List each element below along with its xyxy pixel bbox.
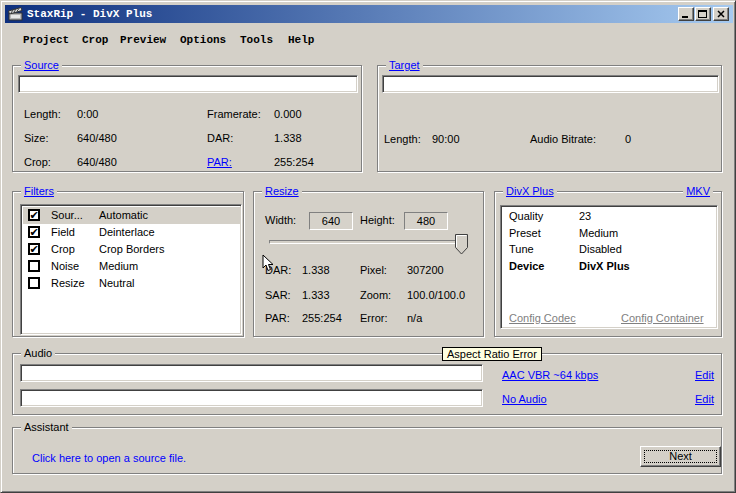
maximize-button[interactable] [695, 7, 711, 21]
checkbox-checked-icon[interactable]: ✔ [28, 226, 40, 238]
target-length-label: Length: [384, 133, 421, 146]
filter-name: Crop [51, 243, 75, 256]
minimize-icon [682, 16, 688, 18]
assistant-message-link[interactable]: Click here to open a source file. [32, 452, 186, 465]
filter-name: Noise [51, 260, 79, 273]
source-size-value: 640/480 [77, 132, 117, 145]
checkbox-unchecked-icon[interactable] [28, 277, 40, 289]
source-group: Source Length: 0:00 Framerate: 0.000 Siz… [12, 65, 362, 172]
source-crop-label: Crop: [24, 156, 51, 169]
target-path-input[interactable] [382, 75, 719, 93]
width-value-box[interactable]: 640 [309, 212, 353, 230]
resize-zoom-value: 100.0/100.0 [407, 289, 465, 302]
codec-info-box: Quality 23 Preset Medium Tune Disabled D… [500, 205, 718, 329]
assistant-group-label: Assistant [21, 421, 72, 434]
checkbox-unchecked-icon[interactable] [28, 260, 40, 272]
audio-track1-edit-link[interactable]: Edit [695, 369, 714, 382]
audio-group: Audio AAC VBR ~64 kbps Edit No Audio Edi… [12, 353, 722, 415]
config-container-link[interactable]: Config Container [621, 312, 704, 325]
checkbox-checked-icon[interactable]: ✔ [28, 243, 40, 255]
resize-slider-track[interactable] [269, 240, 466, 244]
source-par-value: 255:254 [274, 156, 314, 169]
filters-list: ✔ Sour... Automatic ✔ Field Deinterlace … [20, 204, 242, 335]
checkbox-checked-icon[interactable]: ✔ [28, 209, 40, 221]
resize-pixel-label: Pixel: [360, 264, 387, 277]
menu-crop[interactable]: Crop [82, 34, 108, 46]
filter-value: Deinterlace [99, 226, 155, 239]
source-framerate-value: 0.000 [274, 108, 302, 121]
resize-par-label: PAR: [265, 312, 290, 325]
audio-track2-profile-link[interactable]: No Audio [502, 393, 547, 406]
source-length-value: 0:00 [77, 108, 98, 121]
audio-track1-input[interactable] [20, 364, 483, 382]
filter-name: Field [51, 226, 75, 239]
menu-preview[interactable]: Preview [120, 34, 166, 46]
filter-name: Sour... [51, 209, 83, 222]
source-par-link[interactable]: PAR: [207, 156, 232, 169]
codec-quality-value: 23 [579, 210, 591, 223]
codec-group-link[interactable]: DivX Plus [503, 185, 557, 198]
filter-row-source[interactable]: ✔ Sour... Automatic [23, 207, 241, 224]
resize-zoom-label: Zoom: [360, 289, 391, 302]
codec-tune-value: Disabled [579, 243, 622, 256]
source-dar-value: 1.338 [274, 132, 302, 145]
source-path-input[interactable] [18, 75, 358, 93]
codec-group: DivX Plus MKV Quality 23 Preset Medium T… [494, 191, 722, 337]
minimize-button[interactable] [678, 7, 694, 21]
resize-pixel-value: 307200 [407, 264, 444, 277]
height-value-box[interactable]: 480 [404, 212, 448, 230]
close-icon [714, 8, 728, 20]
audio-track2-edit-link[interactable]: Edit [695, 393, 714, 406]
resize-slider-thumb[interactable] [455, 234, 468, 255]
staxrip-window: StaxRip - DivX Plus Project Crop Preview… [0, 0, 736, 493]
source-crop-value: 640/480 [77, 156, 117, 169]
menu-project[interactable]: Project [23, 34, 69, 46]
filters-group: Filters ✔ Sour... Automatic ✔ Field Dein… [12, 191, 244, 337]
filter-name: Resize [51, 277, 85, 290]
source-group-link[interactable]: Source [21, 59, 62, 72]
filter-value: Medium [99, 260, 138, 273]
resize-par-value: 255:254 [302, 312, 342, 325]
codec-tune-label: Tune [509, 243, 534, 256]
filter-value: Crop Borders [99, 243, 164, 256]
next-button[interactable]: Next [640, 446, 721, 467]
menu-options[interactable]: Options [180, 34, 226, 46]
width-label: Width: [265, 214, 296, 227]
audio-track2-input[interactable] [20, 389, 483, 407]
container-link[interactable]: MKV [683, 185, 713, 198]
height-label: Height: [360, 214, 395, 227]
menubar: Project Crop Preview Options Tools Help [5, 23, 733, 49]
menu-help[interactable]: Help [288, 34, 314, 46]
filter-row-noise[interactable]: Noise Medium [23, 258, 241, 275]
window-title: StaxRip - DivX Plus [27, 7, 152, 21]
resize-dar-value: 1.338 [302, 264, 330, 277]
menu-tools[interactable]: Tools [240, 34, 273, 46]
source-framerate-label: Framerate: [207, 108, 261, 121]
filter-row-crop[interactable]: ✔ Crop Crop Borders [23, 241, 241, 258]
filter-value: Automatic [99, 209, 148, 222]
codec-device-label: Device [509, 260, 544, 273]
filters-group-link[interactable]: Filters [21, 185, 57, 198]
target-group: Target Length: 90:00 Audio Bitrate: 0 [377, 65, 722, 172]
config-codec-link[interactable]: Config Codec [509, 312, 576, 325]
tooltip-text: Aspect Ratio Error [447, 348, 537, 360]
audio-track1-profile-link[interactable]: AAC VBR ~64 kbps [502, 369, 598, 382]
filter-row-field[interactable]: ✔ Field Deinterlace [23, 224, 241, 241]
resize-sar-value: 1.333 [302, 289, 330, 302]
filter-row-resize[interactable]: Resize Neutral [23, 275, 241, 292]
close-button[interactable] [713, 7, 729, 21]
resize-error-value: n/a [407, 312, 422, 325]
focus-rect [644, 450, 717, 463]
target-audio-bitrate-value: 0 [625, 133, 631, 146]
target-group-link[interactable]: Target [386, 59, 423, 72]
resize-group-link[interactable]: Resize [262, 185, 302, 198]
resize-sar-label: SAR: [265, 289, 291, 302]
codec-quality-label: Quality [509, 210, 543, 223]
target-length-value: 90:00 [432, 133, 460, 146]
aspect-ratio-error-tooltip: Aspect Ratio Error [442, 347, 542, 361]
resize-group: Resize Width: 640 Height: 480 DAR: 1.338… [253, 191, 484, 337]
filter-value: Neutral [99, 277, 134, 290]
resize-error-label: Error: [360, 312, 388, 325]
app-icon [8, 6, 24, 22]
assistant-group: Assistant Click here to open a source fi… [12, 427, 722, 474]
